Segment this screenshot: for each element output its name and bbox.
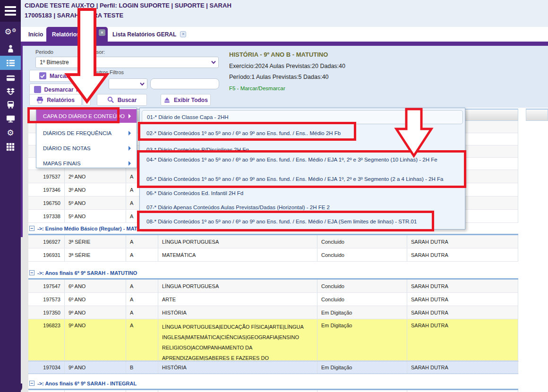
sidebar-item-settings[interactable]: ⚙⚙ [0, 25, 21, 39]
tab-relatorios[interactable]: Relatórios × [46, 27, 108, 42]
sidebar-item-monitor[interactable] [0, 111, 21, 126]
menu-item-diarios-de-frequencia[interactable]: DIÁRIOS DE FREQUÊNCIA [36, 128, 137, 138]
f5-hint: F5 - Marcar/Desmarcar [229, 85, 285, 91]
submenu-item-01[interactable]: 01-* Diário de Classe Capa - 2HH [142, 110, 463, 124]
checkbox-checked-icon [39, 72, 46, 79]
submenu-item-02[interactable]: 02-* Diário Conteúdos 1º ao 5º ano / 6º … [146, 128, 461, 139]
submenu-item-05[interactable]: 05-* Diário Conteúdos 1º ao 5º ano / 6º … [146, 173, 461, 185]
chevron-down-icon [138, 80, 146, 88]
desmarcar-tudo-label: Desmarcar Tudo [44, 86, 89, 93]
submenu-item-07[interactable]: 07-* Diário Apenas Conteúdos Aulas Previ… [146, 202, 461, 213]
buscar-button-label: Buscar [118, 97, 137, 103]
sidebar-item-person[interactable] [0, 42, 21, 56]
table-row[interactable]: 1973509º ANOAHISTÓRIAEm DigitaçãoSARAH D… [28, 306, 518, 319]
tab-geral-close-icon[interactable]: × [180, 31, 186, 37]
eject-icon [163, 97, 171, 103]
outros-filtros-label: Outros Filtros [93, 69, 124, 75]
grid-icon [6, 143, 15, 151]
collapse-icon[interactable] [29, 381, 34, 386]
sidebar-item-config[interactable]: ⚙ [0, 126, 21, 140]
gears-icon: ⚙⚙ [4, 28, 16, 36]
menu-item-mapas-finais[interactable]: MAPAS FINAIS [36, 158, 137, 169]
menu-item-capa-do-diario[interactable]: CAPA DO DIÁRIO E CONTEÚDO [36, 109, 137, 123]
professor-label: Professor: [81, 49, 105, 55]
tab-bar: Início Relatórios × Lista Relatórios GER… [21, 27, 548, 42]
sidebar-item-grid[interactable] [0, 140, 21, 154]
relatorios-button-label: Relatórios [47, 97, 75, 103]
bus-icon [6, 100, 15, 109]
exercicio-info: Exercício:2024 Aulas Previstas:20 Dadas:… [229, 63, 345, 69]
periodo-select[interactable]: 1º Bimestre [35, 57, 219, 68]
marcar-tudo-button[interactable]: Marcar Tudo [29, 70, 93, 82]
table-row[interactable]: 1975736º ANOAARTEConcluidoSARAH DUTRA [28, 293, 518, 306]
section-header-anos-finais-integral[interactable]: ->: Anos finais 6º 9º SARAH - INTEGRAL [28, 378, 518, 390]
exibir-todos-button[interactable]: Exibir Todos [161, 94, 211, 106]
printer-icon [36, 96, 43, 103]
table-row-selected[interactable]: 1970349º ANOBHISTÓRIAEm DigitaçãoSARAH D… [28, 361, 518, 374]
tab-inicio-label: Início [28, 31, 43, 38]
collapse-icon[interactable] [29, 226, 34, 231]
periodo-info: Período:1 Aulas Previstas:5 Dadas:40 [229, 74, 329, 80]
table-header-extra-cell [526, 109, 548, 121]
submenu-arrow-icon [128, 131, 133, 136]
periodo-label: Periodo [35, 49, 53, 55]
sidebar: ⚙⚙ ⚙ [0, 0, 21, 392]
numbered-list-icon [6, 59, 15, 68]
sidebar-item-report-list[interactable] [0, 56, 21, 70]
submenu-item-08[interactable]: 08-* Diário Conteúdos 1º ao 5º ano / 6º … [146, 216, 461, 227]
monitor-icon [6, 114, 15, 123]
marcar-tudo-label: Marcar Tudo [50, 73, 83, 79]
table-row [28, 390, 518, 392]
filter-text-input[interactable] [150, 78, 219, 89]
collapse-icon[interactable] [29, 270, 34, 275]
box-icon [6, 87, 15, 96]
checkbox-unchecked-icon [34, 86, 41, 93]
header-user-line: 17005183 | SARAH DUTRA TESTE [25, 12, 123, 19]
person-icon [6, 44, 15, 53]
buscar-button[interactable]: Buscar [97, 94, 147, 106]
menu-item-diario-de-notas[interactable]: DIÁRIO DE NOTAS [36, 143, 137, 153]
submenu-arrow-icon [128, 146, 133, 151]
table-row-highlighted[interactable]: 196823 9º ANO A LÍNGUA PORTUGUESA|EDUCAÇ… [28, 319, 518, 361]
table-row[interactable]: 1975476º ANOALÍNGUA PORTUGUESAConcluidoS… [28, 280, 518, 293]
chevron-down-icon [210, 58, 217, 67]
purple-divider-band [21, 42, 548, 46]
tab-geral-label: Lista Relatórios GERAL [112, 31, 176, 38]
table-row[interactable]: 1969313ª SÉRIEAMATEMÁTICAConcluidoSARAH … [28, 248, 518, 262]
sidebar-item-card[interactable] [0, 71, 21, 85]
submenu-item-04[interactable]: 04-* Diário Conteúdos 1º ao 5º ano / 6º … [146, 154, 461, 165]
hamburger-menu-icon[interactable] [0, 0, 21, 22]
tab-relatorios-label: Relatórios [52, 31, 80, 38]
relatorios-button[interactable]: Relatórios [29, 94, 82, 106]
class-info-title: HISTÓRIA - 9º ANO B - MATUTINO [229, 51, 328, 58]
content-left-border [21, 46, 23, 237]
gear-icon: ⚙ [7, 129, 14, 137]
sidebar-item-box[interactable] [0, 84, 21, 98]
section-header-anos-finais-matutino[interactable]: ->: Anos finais 6º 9º SARAH - MATUTINO [28, 267, 518, 280]
outros-filtros-select[interactable] [109, 78, 147, 89]
tab-inicio[interactable]: Início [23, 27, 49, 42]
card-icon [6, 74, 15, 83]
exibir-todos-button-label: Exibir Todos [174, 97, 208, 103]
capa-diario-submenu: 01-* Diário de Classe Capa - 2HH 02-* Di… [139, 108, 465, 230]
relatorios-dropdown-menu: CAPA DO DIÁRIO E CONTEÚDO DIÁRIOS DE FRE… [36, 108, 137, 168]
relatorios-dropdown-caret[interactable] [83, 94, 91, 106]
submenu-arrow-icon [128, 161, 133, 166]
table-row[interactable]: 1969273ª SÉRIEALÍNGUA PORTUGUESAConcluid… [28, 235, 518, 248]
tab-relatorios-close-icon[interactable]: × [99, 29, 105, 36]
submenu-arrow-icon [128, 114, 133, 119]
tab-lista-relatorios-geral[interactable]: Lista Relatórios GERAL × [111, 27, 188, 42]
search-icon [107, 96, 114, 103]
periodo-select-value: 1º Bimestre [40, 59, 69, 66]
header-context-line: CIDADE TESTE AUX-TO | Perfil: LOGIN SUPO… [25, 2, 231, 9]
top-header: CIDADE TESTE AUX-TO | Perfil: LOGIN SUPO… [21, 0, 548, 27]
submenu-item-06[interactable]: 06-* Diário Conteúdos Ed. Infantil 2H Fd [146, 187, 461, 199]
sidebar-item-bus[interactable] [0, 97, 21, 111]
